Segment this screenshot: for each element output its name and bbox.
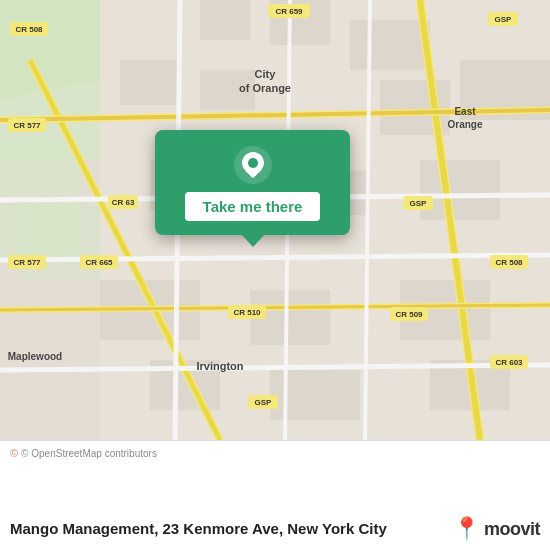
map-container: CR 659 GSP CR 508 CR 577 CR 665 CR 63 CR… <box>0 0 550 440</box>
attribution-text: © OpenStreetMap contributors <box>21 448 157 459</box>
svg-text:Irvington: Irvington <box>196 360 243 372</box>
svg-rect-6 <box>200 0 250 40</box>
svg-text:Maplewood: Maplewood <box>8 351 62 362</box>
svg-text:CR 603: CR 603 <box>495 358 523 367</box>
svg-text:Orange: Orange <box>447 119 482 130</box>
svg-text:City: City <box>255 68 277 80</box>
svg-text:GSP: GSP <box>255 398 273 407</box>
svg-text:CR 63: CR 63 <box>112 198 135 207</box>
moovit-logo: 📍 moovit <box>453 516 540 542</box>
osm-icon: © <box>10 447 18 459</box>
svg-text:of Orange: of Orange <box>239 82 291 94</box>
svg-text:CR 577: CR 577 <box>13 258 41 267</box>
svg-rect-15 <box>420 160 500 220</box>
svg-text:GSP: GSP <box>495 15 513 24</box>
svg-text:CR 665: CR 665 <box>85 258 113 267</box>
svg-rect-8 <box>350 20 430 70</box>
moovit-pin-icon: 📍 <box>453 516 480 542</box>
svg-text:CR 508: CR 508 <box>15 25 43 34</box>
svg-text:CR 509: CR 509 <box>395 310 423 319</box>
svg-text:GSP: GSP <box>410 199 428 208</box>
moovit-brand-text: moovit <box>484 519 540 540</box>
svg-point-70 <box>248 158 258 168</box>
svg-text:CR 577: CR 577 <box>13 121 41 130</box>
svg-text:CR 508: CR 508 <box>495 258 523 267</box>
address-text: Mango Management, 23 Kenmore Ave, New Yo… <box>10 519 443 539</box>
location-pin-icon <box>234 146 272 184</box>
address-row: Mango Management, 23 Kenmore Ave, New Yo… <box>10 516 540 542</box>
bottom-bar: © © OpenStreetMap contributors Mango Man… <box>0 440 550 550</box>
svg-text:CR 659: CR 659 <box>275 7 303 16</box>
svg-rect-9 <box>120 60 180 105</box>
svg-text:CR 510: CR 510 <box>233 308 261 317</box>
popup-card: Take me there <box>155 130 350 235</box>
take-me-there-button[interactable]: Take me there <box>185 192 321 221</box>
attribution: © © OpenStreetMap contributors <box>10 447 540 459</box>
svg-text:East: East <box>454 106 476 117</box>
